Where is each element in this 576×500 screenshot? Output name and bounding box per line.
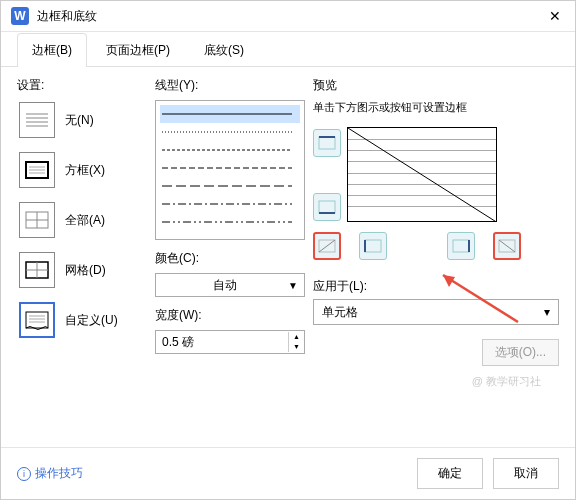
settings-column: 设置: 无(N) 方框(X) 全部(A) (17, 77, 147, 437)
setting-label: 无(N) (65, 112, 94, 129)
setting-label: 方框(X) (65, 162, 105, 179)
dialog-content: 设置: 无(N) 方框(X) 全部(A) (1, 67, 575, 447)
app-logo-icon: W (11, 7, 29, 25)
color-value: 自动 (162, 277, 288, 294)
chevron-down-icon: ▼ (288, 280, 298, 291)
preview-box[interactable] (347, 127, 497, 222)
preview-area (313, 123, 559, 222)
line-solid[interactable] (160, 105, 300, 123)
style-column: 线型(Y): 颜色(C): 自动 ▼ 宽度(W): 0.5 磅 ▲ (155, 77, 305, 437)
setting-label: 网格(D) (65, 262, 106, 279)
setting-custom[interactable]: 自定义(U) (17, 300, 147, 340)
svg-line-37 (499, 240, 515, 252)
width-spinner[interactable]: 0.5 磅 ▲ ▼ (155, 330, 305, 354)
ok-button[interactable]: 确定 (417, 458, 483, 489)
color-label: 颜色(C): (155, 250, 305, 267)
cancel-button[interactable]: 取消 (493, 458, 559, 489)
apply-to-dropdown[interactable]: 单元格 ▾ (313, 299, 559, 325)
width-value: 0.5 磅 (156, 334, 288, 351)
tips-label: 操作技巧 (35, 465, 83, 482)
close-icon[interactable]: ✕ (545, 8, 565, 24)
apply-to-row: 应用于(L): 单元格 ▾ 选项(O)... (313, 278, 559, 325)
box-icon (19, 152, 55, 188)
grid-icon (19, 252, 55, 288)
preview-hint: 单击下方图示或按钮可设置边框 (313, 100, 559, 115)
svg-line-31 (319, 240, 335, 252)
svg-rect-27 (319, 201, 335, 213)
spin-down-icon[interactable]: ▼ (289, 342, 304, 352)
diagonal-down-button[interactable] (313, 232, 341, 260)
line-dash-l[interactable] (160, 177, 300, 195)
preview-side-buttons (313, 123, 341, 222)
tab-borders[interactable]: 边框(B) (17, 33, 87, 67)
svg-line-29 (348, 128, 496, 221)
preview-column: 预览 单击下方图示或按钮可设置边框 (313, 77, 559, 437)
border-right-button[interactable] (447, 232, 475, 260)
border-left-button[interactable] (359, 232, 387, 260)
svg-rect-34 (453, 240, 469, 252)
setting-label: 全部(A) (65, 212, 105, 229)
watermark: @ 教学研习社 (472, 374, 541, 389)
line-dash-s[interactable] (160, 141, 300, 159)
setting-none[interactable]: 无(N) (17, 100, 147, 140)
line-style-list[interactable] (155, 100, 305, 240)
border-top-button[interactable] (313, 129, 341, 157)
setting-label: 自定义(U) (65, 312, 118, 329)
spin-up-icon[interactable]: ▲ (289, 332, 304, 342)
tab-bar: 边框(B) 页面边框(P) 底纹(S) (1, 32, 575, 67)
tab-shading[interactable]: 底纹(S) (189, 33, 259, 67)
svg-rect-32 (365, 240, 381, 252)
svg-rect-14 (26, 312, 48, 328)
borders-shading-dialog: W 边框和底纹 ✕ 边框(B) 页面边框(P) 底纹(S) 设置: 无(N) 方… (0, 0, 576, 500)
window-title: 边框和底纹 (37, 8, 545, 25)
chevron-down-icon: ▾ (544, 305, 550, 319)
tab-page-borders[interactable]: 页面边框(P) (91, 33, 185, 67)
line-style-label: 线型(Y): (155, 77, 305, 94)
svg-rect-25 (319, 137, 335, 149)
apply-to-label: 应用于(L): (313, 278, 559, 295)
line-dash-m[interactable] (160, 159, 300, 177)
setting-box[interactable]: 方框(X) (17, 150, 147, 190)
none-icon (19, 102, 55, 138)
line-dashdotdot[interactable] (160, 213, 300, 231)
help-icon: i (17, 467, 31, 481)
preview-label: 预览 (313, 77, 559, 94)
settings-label: 设置: (17, 77, 147, 94)
apply-to-value: 单元格 (322, 304, 544, 321)
options-button: 选项(O)... (482, 339, 559, 366)
setting-all[interactable]: 全部(A) (17, 200, 147, 240)
border-bottom-button[interactable] (313, 193, 341, 221)
diagonal-up-button[interactable] (493, 232, 521, 260)
titlebar: W 边框和底纹 ✕ (1, 1, 575, 32)
line-dotted[interactable] (160, 123, 300, 141)
setting-grid[interactable]: 网格(D) (17, 250, 147, 290)
dialog-footer: i 操作技巧 确定 取消 (1, 447, 575, 499)
spinner-buttons: ▲ ▼ (288, 332, 304, 352)
color-dropdown[interactable]: 自动 ▼ (155, 273, 305, 297)
tips-link[interactable]: i 操作技巧 (17, 465, 407, 482)
line-dashdot[interactable] (160, 195, 300, 213)
preview-bottom-buttons (313, 232, 559, 260)
width-label: 宽度(W): (155, 307, 305, 324)
all-icon (19, 202, 55, 238)
custom-icon (19, 302, 55, 338)
